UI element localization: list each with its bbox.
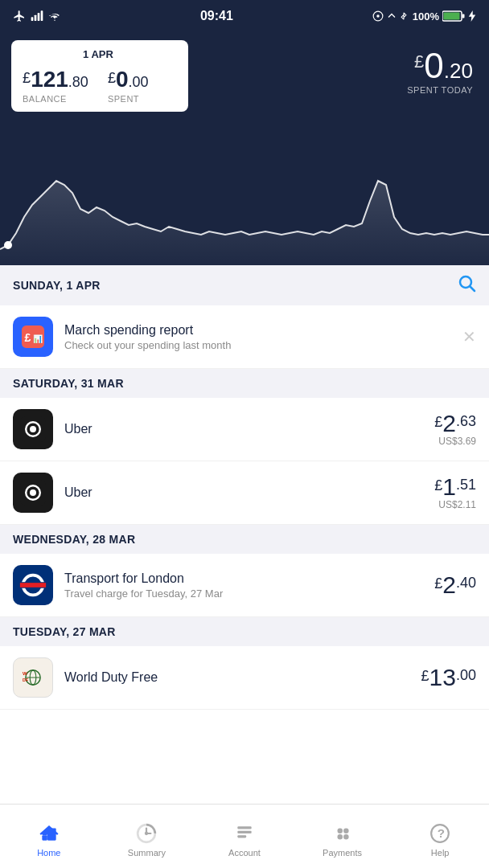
svg-text:£: £ bbox=[25, 331, 31, 344]
monzo-icon: £ 📊 bbox=[22, 326, 44, 348]
uber-2-sub-amount: US$2.11 bbox=[434, 499, 476, 510]
notification-march-report[interactable]: £ 📊 March spending report Check out your… bbox=[0, 305, 489, 369]
search-icon bbox=[457, 273, 476, 293]
svg-text:W: W bbox=[23, 670, 27, 676]
spent-today-decimal: .20 bbox=[444, 59, 473, 83]
chart-container bbox=[0, 137, 489, 265]
svg-rect-38 bbox=[237, 830, 251, 833]
help-icon: ? bbox=[429, 822, 451, 845]
tfl-logo bbox=[18, 570, 48, 600]
nav-item-payments[interactable]: Payments bbox=[294, 816, 392, 858]
wdf-amount: £13.00 bbox=[421, 665, 476, 690]
balance-decimal: .80 bbox=[68, 74, 88, 90]
content-area[interactable]: SUNDAY, 1 APR £ 📊 March spending report … bbox=[0, 265, 489, 804]
tfl-amount: £2.40 bbox=[434, 573, 476, 597]
uber-1-name: Uber bbox=[64, 422, 428, 436]
notification-title: March spending report bbox=[64, 323, 462, 338]
account-label: Account bbox=[228, 848, 261, 858]
uber-1-info: Uber bbox=[64, 422, 428, 436]
uber-1-sub-amount: US$3.69 bbox=[434, 436, 476, 447]
svg-text:DF: DF bbox=[23, 678, 29, 682]
wdf-info: World Duty Free bbox=[64, 670, 415, 685]
header-chart-area: 1 APR £121.80 BALANCE £0.00 SPENT £0.20 … bbox=[0, 32, 489, 265]
transaction-uber-2[interactable]: Uber £1.51 US$2.11 bbox=[0, 461, 489, 525]
date-header-sat-31-mar: SATURDAY, 31 MAR bbox=[0, 369, 489, 398]
uber-logo-1 bbox=[20, 416, 46, 442]
svg-rect-0 bbox=[31, 17, 34, 21]
transaction-wdf[interactable]: W DF World Duty Free £13.00 bbox=[0, 646, 489, 710]
spent-today-symbol: £ bbox=[414, 53, 424, 71]
monzo-icon-wrap: £ 📊 bbox=[13, 317, 53, 357]
wdf-logo: W DF bbox=[18, 662, 48, 693]
tfl-icon-wrap bbox=[13, 565, 53, 605]
payments-label: Payments bbox=[323, 848, 362, 858]
date-header-wed-28-mar: WEDNESDAY, 28 MAR bbox=[0, 525, 489, 554]
tfl-info: Transport for London Travel charge for T… bbox=[64, 571, 428, 600]
date-label-wed: WEDNESDAY, 28 MAR bbox=[13, 533, 135, 546]
svg-text:?: ? bbox=[438, 826, 445, 840]
search-button[interactable] bbox=[457, 273, 476, 297]
balance-value: £121.80 bbox=[23, 67, 88, 92]
wdf-icon-wrap: W DF bbox=[13, 657, 53, 698]
wdf-name: World Duty Free bbox=[64, 670, 415, 685]
svg-point-41 bbox=[343, 828, 349, 833]
balance-date: 1 APR bbox=[23, 48, 174, 60]
balance-card: 1 APR £121.80 BALANCE £0.00 SPENT bbox=[11, 40, 188, 112]
uber-1-amount: £2.63 US$3.69 bbox=[434, 411, 476, 447]
date-header-sun-1-apr: SUNDAY, 1 APR bbox=[0, 265, 489, 305]
battery-icon bbox=[442, 10, 465, 22]
tfl-name: Transport for London bbox=[64, 571, 428, 586]
transaction-tfl[interactable]: Transport for London Travel charge for T… bbox=[0, 554, 489, 617]
spent-block: £0.00 SPENT bbox=[108, 67, 149, 104]
uber-icon-wrap-1 bbox=[13, 409, 53, 449]
nav-item-home[interactable]: Home bbox=[0, 816, 98, 858]
balance-integer: 121 bbox=[31, 67, 68, 92]
svg-rect-3 bbox=[41, 10, 43, 21]
spent-integer: 0 bbox=[116, 67, 129, 92]
svg-point-43 bbox=[343, 834, 349, 840]
help-label: Help bbox=[431, 848, 450, 858]
summary-icon bbox=[135, 822, 158, 845]
date-header-tue-27-mar: TUESDAY, 27 MAR bbox=[0, 617, 489, 646]
svg-rect-39 bbox=[237, 835, 246, 837]
svg-rect-37 bbox=[237, 826, 251, 829]
notification-info: March spending report Check out your spe… bbox=[64, 323, 462, 351]
balance-label: BALANCE bbox=[23, 94, 88, 104]
nav-item-account[interactable]: Account bbox=[195, 816, 294, 858]
svg-line-10 bbox=[471, 287, 475, 292]
dismiss-button[interactable]: ✕ bbox=[462, 327, 476, 346]
spent-decimal: .00 bbox=[129, 74, 149, 90]
svg-text:📊: 📊 bbox=[33, 334, 43, 344]
svg-rect-7 bbox=[443, 13, 459, 20]
nav-item-summary[interactable]: Summary bbox=[98, 816, 196, 858]
arrow-icon bbox=[387, 10, 397, 22]
svg-rect-33 bbox=[42, 835, 47, 841]
date-label-sun: SUNDAY, 1 APR bbox=[13, 279, 101, 292]
transaction-uber-1[interactable]: Uber £2.63 US$3.69 bbox=[0, 398, 489, 461]
svg-rect-24 bbox=[20, 583, 46, 588]
chart-dot bbox=[4, 241, 12, 249]
svg-rect-2 bbox=[38, 13, 40, 21]
payments-icon bbox=[331, 822, 354, 845]
bottom-navigation: Home Summary Account bbox=[0, 804, 489, 868]
spent-label: SPENT bbox=[108, 94, 149, 104]
uber-2-name: Uber bbox=[64, 485, 428, 500]
date-label-sat: SATURDAY, 31 MAR bbox=[13, 377, 124, 390]
spent-today-integer: 0 bbox=[424, 46, 443, 85]
signal-icon bbox=[31, 10, 43, 23]
svg-point-19 bbox=[30, 489, 36, 496]
svg-point-36 bbox=[145, 831, 148, 834]
wifi-icon bbox=[48, 10, 61, 22]
uber-logo-2 bbox=[20, 480, 46, 506]
status-left bbox=[13, 10, 61, 23]
uber-2-amount: £1.51 US$2.11 bbox=[434, 475, 476, 510]
nav-item-help[interactable]: ? Help bbox=[391, 816, 489, 858]
date-label-tue: TUESDAY, 27 MAR bbox=[13, 625, 116, 638]
tfl-subtitle: Travel charge for Tuesday, 27 Mar bbox=[64, 588, 428, 600]
balance-block: £121.80 BALANCE bbox=[23, 67, 88, 104]
svg-point-42 bbox=[337, 834, 343, 840]
home-icon bbox=[38, 822, 60, 845]
spending-chart bbox=[0, 137, 489, 265]
battery-label: 100% bbox=[413, 10, 439, 23]
svg-point-40 bbox=[337, 828, 343, 833]
